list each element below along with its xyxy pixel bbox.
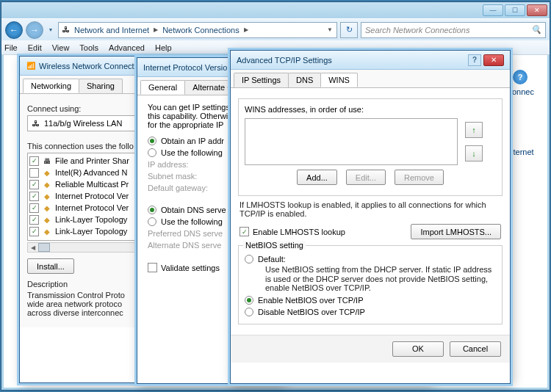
protocol-icon: ◆ bbox=[42, 214, 52, 225]
nav-icon: 🖧 bbox=[61, 25, 71, 35]
radio-icon bbox=[245, 255, 253, 264]
tab-sharing[interactable]: Sharing bbox=[79, 79, 123, 93]
wins-group: WINS addresses, in order of use: ↑ ↓ Add… bbox=[238, 98, 503, 196]
checkbox-icon[interactable]: ✓ bbox=[29, 203, 39, 213]
pref-dns-label: Preferred DNS serve bbox=[148, 229, 228, 238]
ip-label: IP address: bbox=[148, 160, 228, 169]
validate-label: Validate settings bbox=[161, 264, 220, 272]
alt-dns-label: Alternate DNS serve bbox=[148, 241, 228, 250]
scroll-thumb[interactable] bbox=[38, 243, 50, 252]
search-icon: 🔍 bbox=[531, 25, 541, 35]
checkbox-icon[interactable]: ✓ bbox=[29, 156, 39, 166]
back-button[interactable]: ← bbox=[5, 21, 23, 39]
adapter-icon: 🖧 bbox=[31, 118, 41, 128]
enable-lmhosts-checkbox[interactable]: ✓ Enable LMHOSTS lookup bbox=[240, 227, 345, 236]
dialog-body: WINS addresses, in order of use: ↑ ↓ Add… bbox=[231, 88, 510, 335]
checkbox-icon[interactable] bbox=[29, 168, 39, 178]
checkbox-icon[interactable]: ✓ bbox=[29, 180, 39, 189]
tab-dns[interactable]: DNS bbox=[288, 73, 321, 87]
radio-icon bbox=[245, 308, 253, 316]
checkbox-icon[interactable]: ✓ bbox=[29, 215, 39, 225]
tab-ip-settings[interactable]: IP Settings bbox=[234, 73, 289, 87]
adapter-name: 11a/b/g Wireless LAN bbox=[44, 119, 122, 128]
protocol-icon: ◆ bbox=[42, 179, 52, 189]
minimize-button[interactable]: — bbox=[483, 4, 503, 16]
menu-advanced[interactable]: Advanced bbox=[109, 43, 145, 52]
chevron-right-icon[interactable]: ▶ bbox=[242, 26, 250, 33]
move-down-button[interactable]: ↓ bbox=[465, 145, 483, 161]
checkbox-icon bbox=[148, 263, 157, 272]
wifi-icon: 📶 bbox=[26, 61, 36, 71]
history-dropdown[interactable]: ▼ bbox=[46, 21, 55, 39]
ok-button[interactable]: OK bbox=[392, 341, 444, 357]
protocol-icon: ◆ bbox=[42, 167, 52, 178]
wins-listbox[interactable] bbox=[245, 118, 458, 165]
help-button[interactable]: ? bbox=[468, 54, 481, 66]
menu-help[interactable]: Help bbox=[155, 43, 172, 52]
radio-netbios-default[interactable]: Default: bbox=[245, 255, 496, 264]
edit-button[interactable]: Edit... bbox=[346, 170, 386, 185]
explorer-titlebar: — ☐ ✕ bbox=[1, 2, 550, 18]
radio-icon bbox=[148, 137, 156, 145]
breadcrumb-part[interactable]: Network Connections bbox=[159, 26, 242, 35]
add-button[interactable]: Add... bbox=[297, 170, 337, 185]
radio-netbios-disable[interactable]: Disable NetBIOS over TCP/IP bbox=[245, 308, 496, 316]
radio-icon bbox=[245, 296, 253, 305]
radio-icon bbox=[148, 217, 156, 226]
refresh-button[interactable]: ↻ bbox=[340, 22, 358, 38]
protocol-icon: ◆ bbox=[42, 191, 52, 201]
menu-file[interactable]: File bbox=[4, 43, 18, 52]
scroll-left-icon[interactable]: ◀ bbox=[28, 244, 38, 251]
chevron-right-icon[interactable]: ▶ bbox=[152, 26, 159, 33]
install-button[interactable]: Install... bbox=[27, 258, 74, 274]
subnet-label: Subnet mask: bbox=[148, 172, 228, 181]
cancel-button[interactable]: Cancel bbox=[450, 341, 501, 357]
close-button[interactable]: ✕ bbox=[527, 4, 547, 16]
protocol-icon: ◆ bbox=[42, 203, 52, 213]
tab-networking[interactable]: Networking bbox=[23, 79, 79, 93]
help-icon[interactable]: ? bbox=[513, 70, 527, 84]
breadcrumb[interactable]: 🖧 Network and Internet ▶ Network Connect… bbox=[58, 22, 337, 38]
move-up-button[interactable]: ↑ bbox=[465, 122, 483, 138]
service-icon: 🖶 bbox=[42, 156, 52, 166]
menu-tools[interactable]: Tools bbox=[79, 43, 98, 52]
tab-general[interactable]: General bbox=[140, 80, 185, 95]
wins-addresses-label: WINS addresses, in order of use: bbox=[245, 105, 496, 114]
remove-button[interactable]: Remove bbox=[395, 170, 444, 185]
advanced-tcpip-dialog: Advanced TCP/IP Settings ? ✕ IP Settings… bbox=[230, 50, 511, 384]
maximize-button[interactable]: ☐ bbox=[505, 4, 525, 16]
netbios-group: NetBIOS setting Default: Use NetBIOS set… bbox=[238, 245, 503, 324]
dialog-title: Advanced TCP/IP Settings bbox=[237, 56, 332, 65]
checkbox-icon[interactable]: ✓ bbox=[29, 192, 39, 201]
dialog-title: Wireless Network Connect bbox=[39, 62, 134, 70]
nav-bar: ← → ▼ 🖧 Network and Internet ▶ Network C… bbox=[1, 18, 550, 40]
checkbox-icon: ✓ bbox=[240, 227, 249, 236]
menu-edit[interactable]: Edit bbox=[28, 43, 42, 52]
dialog-titlebar[interactable]: Advanced TCP/IP Settings ? ✕ bbox=[231, 51, 510, 70]
netbios-group-title: NetBIOS setting bbox=[243, 241, 306, 250]
netbios-default-sub: Use NetBIOS setting from the DHCP server… bbox=[265, 265, 496, 293]
import-lmhosts-button[interactable]: Import LMHOSTS... bbox=[411, 224, 501, 239]
radio-icon bbox=[148, 148, 156, 157]
menu-view[interactable]: View bbox=[52, 43, 70, 52]
search-placeholder: Search Network Connections bbox=[365, 26, 469, 35]
close-button[interactable]: ✕ bbox=[483, 54, 504, 66]
radio-netbios-enable[interactable]: Enable NetBIOS over TCP/IP bbox=[245, 296, 496, 305]
dialog-title: Internet Protocol Version bbox=[143, 63, 231, 72]
tab-wins[interactable]: WINS bbox=[320, 73, 358, 87]
enable-lmhosts-label: Enable LMHOSTS lookup bbox=[253, 228, 345, 236]
protocol-icon: ◆ bbox=[42, 226, 52, 236]
search-input[interactable]: Search Network Connections 🔍 bbox=[361, 22, 546, 38]
dialog-footer: OK Cancel bbox=[231, 335, 510, 363]
tab-strip: IP Settings DNS WINS bbox=[231, 70, 510, 88]
checkbox-icon[interactable]: ✓ bbox=[29, 227, 39, 236]
radio-icon bbox=[148, 206, 156, 214]
gateway-label: Default gateway: bbox=[148, 184, 228, 192]
lmhosts-note: If LMHOSTS lookup is enabled, it applies… bbox=[240, 200, 501, 218]
chevron-down-icon[interactable]: ▼ bbox=[325, 26, 334, 33]
forward-button[interactable]: → bbox=[26, 21, 43, 39]
breadcrumb-part[interactable]: Network and Internet bbox=[71, 26, 152, 35]
